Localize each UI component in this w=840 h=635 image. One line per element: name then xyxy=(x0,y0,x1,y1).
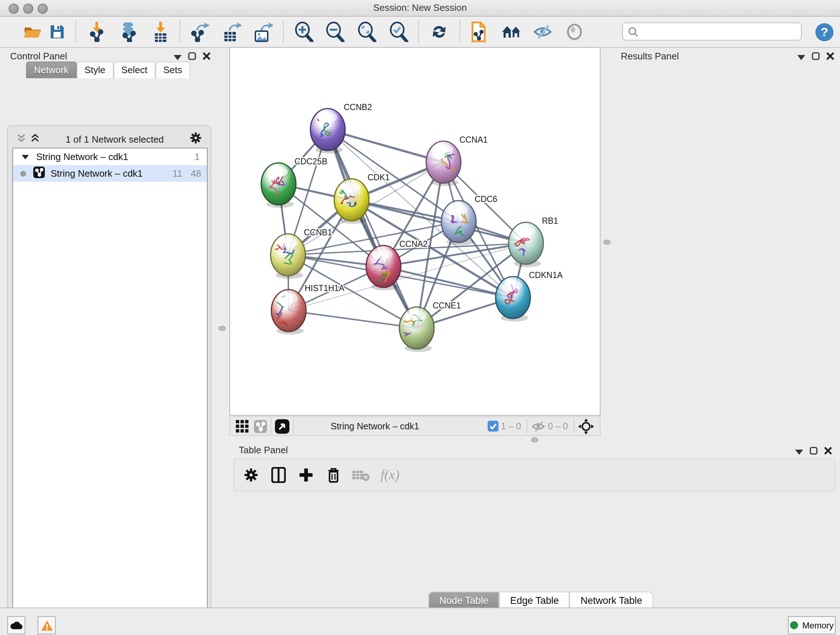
search-input[interactable] xyxy=(622,22,802,41)
toolbar-separator xyxy=(418,20,419,43)
left-splitter-handle[interactable] xyxy=(218,326,226,331)
control-panel-title: Control Panel xyxy=(10,51,67,62)
memory-label: Memory xyxy=(802,620,834,630)
import-table-icon xyxy=(151,22,170,42)
import-network-database-button[interactable] xyxy=(117,19,141,44)
cloud-button[interactable] xyxy=(7,616,25,634)
panel-float-icon[interactable] xyxy=(188,50,196,63)
help-button[interactable]: ? xyxy=(812,19,836,44)
node-label-CCNE1: CCNE1 xyxy=(433,301,461,310)
toolbar-separator xyxy=(527,418,527,434)
table-panel-title: Table Panel xyxy=(239,445,288,455)
file-share-icon xyxy=(470,21,488,43)
network-node-CDC6[interactable]: CDC6 xyxy=(441,195,497,245)
network-view-title: String Network – cdk1 xyxy=(331,421,419,431)
delete-table-icon xyxy=(352,469,370,481)
node-label-CCNB2: CCNB2 xyxy=(344,103,372,112)
export-image-button[interactable] xyxy=(250,19,275,44)
panel-close-icon[interactable] xyxy=(202,50,210,63)
add-column-button[interactable] xyxy=(294,463,318,487)
export-table-icon xyxy=(221,22,242,42)
network-canvas[interactable]: CCNB2 CCNA1 CDC25B CDK1 CDC6 xyxy=(229,47,600,416)
eye-icon xyxy=(565,23,584,41)
selected-checkbox-icon[interactable] xyxy=(488,421,499,432)
network-node-CDK1[interactable]: CDK1 xyxy=(334,173,390,224)
tab-select[interactable]: Select xyxy=(113,62,155,78)
export-table-button[interactable] xyxy=(219,19,244,44)
save-session-button[interactable] xyxy=(45,19,69,44)
birdseye-view-icon[interactable] xyxy=(275,419,289,433)
network-row-selected[interactable]: String Network – cdk1 11 48 xyxy=(13,165,207,182)
toolbar-separator xyxy=(574,418,575,434)
zoom-selected-icon xyxy=(388,22,409,42)
zoom-in-button[interactable] xyxy=(292,19,316,44)
plus-icon xyxy=(299,468,313,482)
panel-float-icon[interactable] xyxy=(810,445,818,458)
export-network-button[interactable] xyxy=(188,19,213,44)
application-window: Session: New Session ? Control Panel xyxy=(0,0,840,635)
refresh-button[interactable] xyxy=(427,19,452,44)
open-network-file-button[interactable] xyxy=(467,19,491,44)
network-edge[interactable] xyxy=(328,130,417,328)
save-icon xyxy=(49,23,66,41)
network-node-CCNA1[interactable]: CCNA1 xyxy=(426,135,488,186)
warning-button[interactable] xyxy=(38,616,56,634)
panel-menu-icon[interactable] xyxy=(174,50,182,63)
trash-icon xyxy=(327,467,340,483)
edge-count: 48 xyxy=(187,168,201,179)
import-table-button[interactable] xyxy=(148,19,173,44)
search-icon xyxy=(627,26,639,37)
crosshair-icon[interactable] xyxy=(578,418,594,434)
home-button[interactable] xyxy=(499,19,524,44)
network-collection-row[interactable]: String Network – cdk1 1 xyxy=(13,149,207,165)
network-node-CCNB2[interactable]: CCNB2 xyxy=(310,103,372,154)
panel-close-icon[interactable] xyxy=(826,50,834,63)
tree-expand-icon[interactable] xyxy=(22,151,29,162)
hide-selected-button[interactable] xyxy=(531,19,555,44)
node-label-CDC25B: CDC25B xyxy=(294,157,327,166)
export-network-icon xyxy=(190,22,210,42)
import-network-file-button[interactable] xyxy=(85,19,110,44)
expand-all-tree-icon[interactable] xyxy=(17,133,26,145)
toolbar-separator xyxy=(75,20,76,43)
network-node-HIST1H1A[interactable]: HIST1H1A xyxy=(271,283,345,334)
network-list-header: 1 of 1 Network selected xyxy=(12,130,206,148)
show-columns-button[interactable] xyxy=(266,463,291,487)
database-icon xyxy=(118,22,139,42)
toolbar-separator xyxy=(459,20,460,43)
results-panel-title: Results Panel xyxy=(621,51,679,62)
zoom-fit-button[interactable] xyxy=(355,19,379,44)
grid-view-icon[interactable] xyxy=(236,420,249,432)
network-selected-status: 1 of 1 Network selected xyxy=(40,134,189,144)
memory-button[interactable]: Memory xyxy=(788,616,836,634)
table-settings-button[interactable] xyxy=(239,463,264,487)
tab-style[interactable]: Style xyxy=(76,62,113,78)
network-share-icon[interactable] xyxy=(254,420,267,432)
network-node-RB1[interactable]: RB1 xyxy=(508,216,558,267)
title-bar: Session: New Session xyxy=(0,0,840,17)
toolbar-separator xyxy=(293,418,294,434)
panel-float-icon[interactable] xyxy=(812,50,820,63)
delete-column-button[interactable] xyxy=(321,463,346,487)
node-label-CDK1: CDK1 xyxy=(368,173,390,182)
show-all-button[interactable] xyxy=(562,19,587,44)
open-session-button[interactable] xyxy=(20,19,45,44)
tab-sets[interactable]: Sets xyxy=(155,62,190,78)
panel-menu-icon[interactable] xyxy=(797,50,805,63)
eye-slash-icon xyxy=(532,23,553,41)
hidden-eye-icon[interactable] xyxy=(531,420,546,432)
control-panel-buttons xyxy=(174,50,210,63)
network-node-CDKN1A[interactable]: CDKN1A xyxy=(496,271,563,321)
panel-menu-icon[interactable] xyxy=(795,445,803,458)
network-node-CDC25B[interactable]: CDC25B xyxy=(261,157,327,208)
table-toolbar: f(x) xyxy=(234,458,836,492)
panel-close-icon[interactable] xyxy=(824,445,832,458)
vertical-splitter-handle[interactable] xyxy=(603,240,611,245)
main-toolbar: ? xyxy=(0,17,840,48)
zoom-selected-button[interactable] xyxy=(386,19,411,44)
zoom-out-button[interactable] xyxy=(323,19,347,44)
tab-network[interactable]: Network xyxy=(26,62,76,78)
collapse-all-tree-icon[interactable] xyxy=(30,133,40,145)
gear-icon[interactable] xyxy=(189,132,202,146)
network-edge[interactable] xyxy=(289,310,417,328)
